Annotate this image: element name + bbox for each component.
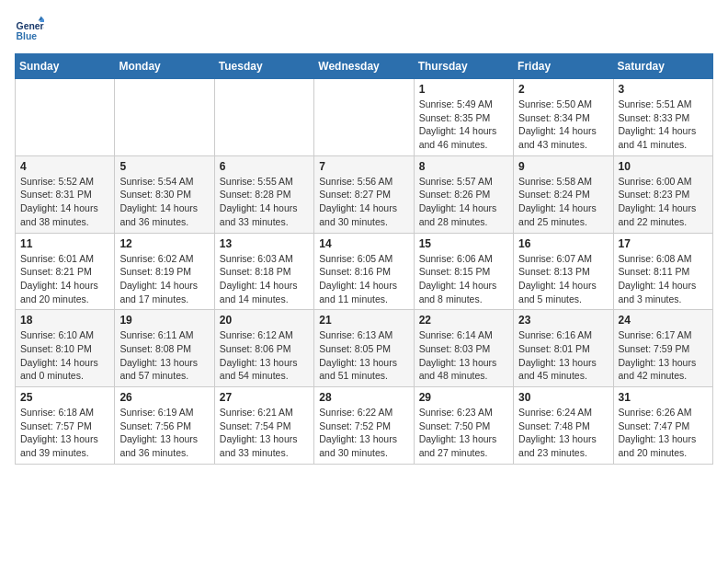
- day-info: Sunrise: 6:14 AM Sunset: 8:03 PM Dayligh…: [419, 328, 508, 383]
- day-number: 20: [220, 314, 309, 327]
- calendar-cell: 16Sunrise: 6:07 AM Sunset: 8:13 PM Dayli…: [514, 233, 613, 310]
- calendar-cell: 18Sunrise: 6:10 AM Sunset: 8:10 PM Dayli…: [16, 310, 115, 387]
- calendar-cell: 10Sunrise: 6:00 AM Sunset: 8:23 PM Dayli…: [613, 155, 712, 233]
- day-info: Sunrise: 5:55 AM Sunset: 8:28 PM Dayligh…: [220, 175, 309, 229]
- day-info: Sunrise: 6:01 AM Sunset: 8:21 PM Dayligh…: [20, 252, 109, 306]
- day-number: 27: [220, 391, 309, 404]
- day-info: Sunrise: 6:26 AM Sunset: 7:47 PM Dayligh…: [619, 406, 708, 460]
- day-of-week-header: Sunday: [16, 54, 115, 79]
- day-number: 21: [319, 314, 408, 327]
- calendar-cell: 8Sunrise: 5:57 AM Sunset: 8:26 PM Daylig…: [414, 155, 513, 233]
- calendar-cell: 26Sunrise: 6:19 AM Sunset: 7:56 PM Dayli…: [115, 387, 214, 465]
- day-number: 26: [119, 391, 209, 404]
- calendar-cell: 9Sunrise: 5:58 AM Sunset: 8:24 PM Daylig…: [514, 155, 613, 233]
- calendar-cell: 25Sunrise: 6:18 AM Sunset: 7:57 PM Dayli…: [16, 387, 115, 465]
- day-of-week-header: Friday: [514, 54, 613, 79]
- calendar-cell: 30Sunrise: 6:24 AM Sunset: 7:48 PM Dayli…: [514, 387, 613, 465]
- calendar-cell: [115, 79, 214, 156]
- day-number: 31: [619, 391, 708, 404]
- day-number: 22: [419, 314, 508, 327]
- calendar-cell: 14Sunrise: 6:05 AM Sunset: 8:16 PM Dayli…: [314, 233, 414, 310]
- calendar-cell: [16, 79, 115, 156]
- calendar-cell: 23Sunrise: 6:16 AM Sunset: 8:01 PM Dayli…: [514, 310, 613, 387]
- logo-icon: General Blue: [15, 15, 44, 44]
- calendar-week-row: 11Sunrise: 6:01 AM Sunset: 8:21 PM Dayli…: [16, 233, 713, 310]
- calendar-week-row: 18Sunrise: 6:10 AM Sunset: 8:10 PM Dayli…: [16, 310, 713, 387]
- day-info: Sunrise: 6:00 AM Sunset: 8:23 PM Dayligh…: [619, 175, 708, 229]
- calendar-week-row: 4Sunrise: 5:52 AM Sunset: 8:31 PM Daylig…: [16, 155, 713, 233]
- calendar-cell: 31Sunrise: 6:26 AM Sunset: 7:47 PM Dayli…: [613, 387, 712, 465]
- day-info: Sunrise: 6:05 AM Sunset: 8:16 PM Dayligh…: [319, 252, 408, 306]
- day-info: Sunrise: 5:56 AM Sunset: 8:27 PM Dayligh…: [319, 175, 408, 229]
- day-info: Sunrise: 6:11 AM Sunset: 8:08 PM Dayligh…: [119, 328, 209, 383]
- day-info: Sunrise: 6:23 AM Sunset: 7:50 PM Dayligh…: [419, 406, 508, 460]
- day-info: Sunrise: 6:17 AM Sunset: 7:59 PM Dayligh…: [619, 328, 708, 383]
- day-number: 23: [518, 314, 608, 327]
- day-info: Sunrise: 6:12 AM Sunset: 8:06 PM Dayligh…: [220, 328, 309, 383]
- day-info: Sunrise: 6:18 AM Sunset: 7:57 PM Dayligh…: [20, 406, 109, 460]
- day-number: 3: [619, 83, 708, 96]
- calendar-cell: 5Sunrise: 5:54 AM Sunset: 8:30 PM Daylig…: [115, 155, 214, 233]
- day-number: 1: [419, 83, 508, 96]
- day-number: 17: [619, 237, 708, 250]
- day-info: Sunrise: 5:51 AM Sunset: 8:33 PM Dayligh…: [619, 98, 708, 152]
- svg-text:General: General: [17, 21, 44, 31]
- day-info: Sunrise: 6:02 AM Sunset: 8:19 PM Dayligh…: [119, 252, 209, 306]
- day-number: 12: [119, 237, 209, 250]
- day-number: 11: [20, 237, 109, 250]
- day-info: Sunrise: 6:13 AM Sunset: 8:05 PM Dayligh…: [319, 328, 408, 383]
- day-info: Sunrise: 6:08 AM Sunset: 8:11 PM Dayligh…: [619, 252, 708, 306]
- calendar-cell: 21Sunrise: 6:13 AM Sunset: 8:05 PM Dayli…: [314, 310, 414, 387]
- calendar-cell: 20Sunrise: 6:12 AM Sunset: 8:06 PM Dayli…: [214, 310, 313, 387]
- day-of-week-header: Saturday: [613, 54, 712, 79]
- calendar-cell: [314, 79, 414, 156]
- day-info: Sunrise: 6:22 AM Sunset: 7:52 PM Dayligh…: [319, 406, 408, 460]
- calendar-cell: 19Sunrise: 6:11 AM Sunset: 8:08 PM Dayli…: [115, 310, 214, 387]
- page-header: General Blue: [15, 15, 713, 44]
- day-number: 18: [20, 314, 109, 327]
- calendar-week-row: 25Sunrise: 6:18 AM Sunset: 7:57 PM Dayli…: [16, 387, 713, 465]
- calendar-week-row: 1Sunrise: 5:49 AM Sunset: 8:35 PM Daylig…: [16, 79, 713, 156]
- day-info: Sunrise: 6:03 AM Sunset: 8:18 PM Dayligh…: [220, 252, 309, 306]
- calendar-cell: 17Sunrise: 6:08 AM Sunset: 8:11 PM Dayli…: [613, 233, 712, 310]
- calendar-cell: 11Sunrise: 6:01 AM Sunset: 8:21 PM Dayli…: [16, 233, 115, 310]
- day-info: Sunrise: 5:58 AM Sunset: 8:24 PM Dayligh…: [518, 175, 608, 229]
- day-number: 14: [319, 237, 408, 250]
- day-number: 7: [319, 160, 408, 173]
- day-number: 9: [518, 160, 608, 173]
- day-of-week-header: Tuesday: [214, 54, 313, 79]
- day-number: 10: [619, 160, 708, 173]
- day-info: Sunrise: 6:07 AM Sunset: 8:13 PM Dayligh…: [518, 252, 608, 306]
- day-number: 4: [20, 160, 109, 173]
- day-number: 30: [518, 391, 608, 404]
- calendar-cell: 28Sunrise: 6:22 AM Sunset: 7:52 PM Dayli…: [314, 387, 414, 465]
- calendar-cell: 29Sunrise: 6:23 AM Sunset: 7:50 PM Dayli…: [414, 387, 513, 465]
- calendar-cell: 24Sunrise: 6:17 AM Sunset: 7:59 PM Dayli…: [613, 310, 712, 387]
- calendar-cell: 27Sunrise: 6:21 AM Sunset: 7:54 PM Dayli…: [214, 387, 313, 465]
- calendar-cell: 1Sunrise: 5:49 AM Sunset: 8:35 PM Daylig…: [414, 79, 513, 156]
- calendar-cell: 4Sunrise: 5:52 AM Sunset: 8:31 PM Daylig…: [16, 155, 115, 233]
- day-info: Sunrise: 5:50 AM Sunset: 8:34 PM Dayligh…: [518, 98, 608, 152]
- day-info: Sunrise: 5:52 AM Sunset: 8:31 PM Dayligh…: [20, 175, 109, 229]
- day-number: 13: [220, 237, 309, 250]
- calendar-cell: 22Sunrise: 6:14 AM Sunset: 8:03 PM Dayli…: [414, 310, 513, 387]
- day-number: 25: [20, 391, 109, 404]
- calendar-cell: 2Sunrise: 5:50 AM Sunset: 8:34 PM Daylig…: [514, 79, 613, 156]
- day-of-week-header: Thursday: [414, 54, 513, 79]
- day-info: Sunrise: 6:06 AM Sunset: 8:15 PM Dayligh…: [419, 252, 508, 306]
- day-info: Sunrise: 6:19 AM Sunset: 7:56 PM Dayligh…: [119, 406, 209, 460]
- day-of-week-header: Monday: [115, 54, 214, 79]
- day-number: 16: [518, 237, 608, 250]
- day-number: 24: [619, 314, 708, 327]
- day-number: 15: [419, 237, 508, 250]
- calendar-table: SundayMondayTuesdayWednesdayThursdayFrid…: [15, 53, 713, 465]
- day-number: 5: [119, 160, 209, 173]
- day-number: 19: [119, 314, 209, 327]
- day-number: 8: [419, 160, 508, 173]
- calendar-header-row: SundayMondayTuesdayWednesdayThursdayFrid…: [16, 54, 713, 79]
- svg-text:Blue: Blue: [17, 31, 38, 41]
- day-number: 29: [419, 391, 508, 404]
- day-info: Sunrise: 6:10 AM Sunset: 8:10 PM Dayligh…: [20, 328, 109, 383]
- logo: General Blue: [15, 15, 48, 44]
- day-info: Sunrise: 5:54 AM Sunset: 8:30 PM Dayligh…: [119, 175, 209, 229]
